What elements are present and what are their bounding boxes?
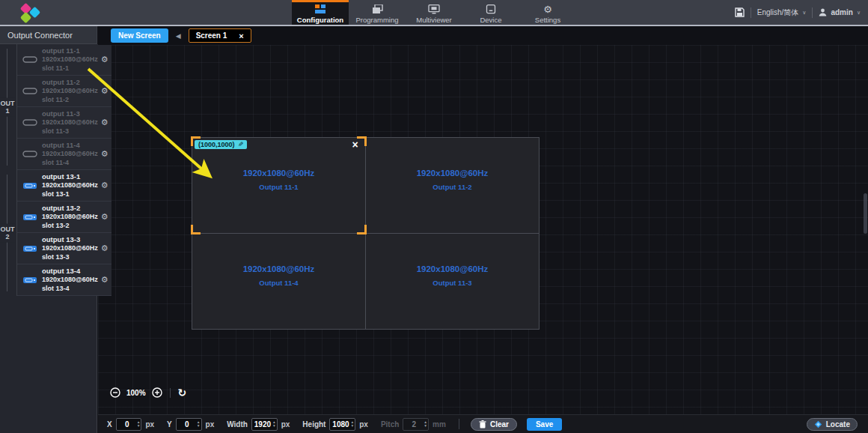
y-decrement-icon[interactable]: ▾ [198,424,200,428]
tab-configuration[interactable]: Configuration [292,0,349,25]
sidebar-item-output-11-3[interactable]: output 11-3 1920x1080@60Hz slot 11-3 ⚙ [17,107,111,139]
sidebar-item-text: output 11-1 1920x1080@60Hz slot 11-1 [42,46,98,73]
quadrant-output-11-4[interactable]: 1920x1080@60Hz Output 11-4 [192,234,365,329]
hdmi-connector-icon [21,119,39,126]
sidebar-item-output-11-2[interactable]: output 11-2 1920x1080@60Hz slot 11-2 ⚙ [17,76,111,107]
width-stepper: ▴▾ [251,418,278,431]
output-group-1: OUT 1 output 11-1 1920x1080@60Hz slot 11… [0,44,97,170]
clear-button[interactable]: Clear [471,418,517,431]
bottombar: X ▴▾ px Y ▴▾ px Width ▴▾ px Height ▴▾ px… [98,414,868,433]
sidebar-item-output-11-4[interactable]: output 11-4 1920x1080@60Hz slot 11-4 ⚙ [17,139,111,170]
reset-view-icon[interactable]: ↻ [178,387,187,398]
pitch-stepper-arrows: ▴▾ [424,420,427,428]
locate-diamond-icon [814,420,822,429]
vertical-scrollbar-handle[interactable] [864,193,867,234]
output-settings-gear-icon[interactable]: ⚙ [101,275,109,285]
tab-settings-label: Settings [535,16,560,24]
output-settings-gear-icon[interactable]: ⚙ [101,149,109,159]
quadrant-label-group: 1920x1080@60Hz Output 11-3 [417,264,489,287]
quadrant-output-11-2[interactable]: 1920x1080@60Hz Output 11-2 [366,138,539,233]
app-root: Configuration Programming [0,0,868,433]
x-stepper: ▴▾ [116,418,142,431]
quadrant-output-11-3[interactable]: 1920x1080@60Hz Output 11-3 [366,234,539,329]
screen-canvas[interactable]: 1920x1080@60Hz Output 11-1 1920x1080@60H… [98,45,868,414]
pitch-decrement-icon: ▾ [424,424,427,428]
topbar-divider [751,7,751,18]
sidebar-item-text: output 13-3 1920x1080@60Hz slot 13-3 [42,235,98,262]
screen-tab-label: Screen 1 [196,31,227,40]
quadrant-output-11-1[interactable]: 1920x1080@60Hz Output 11-1 [192,138,365,233]
tab-configuration-label: Configuration [297,16,343,24]
output-name: output 13-3 [42,235,98,244]
output-settings-gear-icon[interactable]: ⚙ [101,86,109,96]
screen-tab-close-icon[interactable]: × [239,32,243,40]
user-menu[interactable]: admin ∨ [819,8,861,16]
output-group-1-label: OUT 1 [0,98,15,117]
pitch-input [403,420,424,429]
output-slot: slot 13-1 [42,190,98,199]
screen-layout-block: 1920x1080@60Hz Output 11-1 1920x1080@60H… [192,137,540,330]
x-input[interactable] [117,420,138,429]
pitch-unit: mm [433,420,446,429]
output-settings-gear-icon[interactable]: ⚙ [101,181,109,190]
locate-button[interactable]: Locate [807,418,858,431]
output-settings-gear-icon[interactable]: ⚙ [101,212,109,222]
selection-handle-bottom-right[interactable] [357,225,367,234]
tabstrip-scroll-left-icon[interactable]: ◀ [176,32,181,40]
pitch-field: Pitch ▴▾ mm [381,418,455,431]
tab-device-label: Device [480,16,501,24]
sidebar-item-text: output 13-1 1920x1080@60Hz slot 13-1 [42,172,98,199]
height-stepper-arrows: ▴▾ [351,420,353,428]
output-resolution: 1920x1080@60Hz [42,181,98,190]
x-decrement-icon[interactable]: ▾ [138,424,140,428]
y-label: Y [167,420,172,429]
sidebar-item-output-13-3[interactable]: output 13-3 1920x1080@60Hz slot 13-3 ⚙ [17,233,111,264]
tab-multiviewer[interactable]: Multiviewer [406,0,462,25]
output-resolution: 1920x1080@60Hz [42,55,98,64]
selection-handle-bottom-left[interactable] [191,225,201,234]
zoom-out-icon[interactable] [110,387,120,398]
width-decrement-icon[interactable]: ▾ [273,424,275,428]
new-screen-button[interactable]: New Screen [111,28,168,43]
save-session-icon[interactable] [735,7,745,17]
output-group-2-label: OUT 2 [0,224,15,243]
sidebar-item-output-13-4[interactable]: output 13-4 1920x1080@60Hz slot 13-4 ⚙ [17,264,111,296]
height-decrement-icon[interactable]: ▾ [351,424,353,428]
language-switcher[interactable]: English/简体 ∨ [757,7,807,18]
output-settings-gear-icon[interactable]: ⚙ [101,243,109,253]
dvi-connector-icon [21,182,39,190]
quadrant-output-label: Output 11-2 [433,183,471,191]
output-slot: slot 11-1 [42,64,98,73]
screen-tabstrip: New Screen ◀ Screen 1 × [98,26,868,45]
tab-settings[interactable]: ⚙ Settings [519,0,576,25]
width-unit: px [281,420,290,429]
height-input[interactable] [330,420,351,429]
tab-programming-label: Programming [355,16,398,24]
device-icon [486,4,496,14]
y-input[interactable] [177,420,198,429]
screen-tab-1[interactable]: Screen 1 × [189,28,251,43]
output-settings-gear-icon[interactable]: ⚙ [101,55,109,64]
output-name: output 11-3 [42,109,98,118]
clear-button-label: Clear [490,420,509,429]
output-slot: slot 11-3 [42,127,98,136]
tab-programming[interactable]: Programming [349,0,406,25]
coordinate-value: (1000,1000) [198,141,235,148]
settings-gear-icon: ⚙ [543,4,552,14]
sidebar-item-output-13-1[interactable]: output 13-1 1920x1080@60Hz slot 13-1 ⚙ [17,170,111,202]
output-name: output 13-1 [42,172,98,181]
output-resolution: 1920x1080@60Hz [42,150,98,159]
output-settings-gear-icon[interactable]: ⚙ [101,118,109,127]
sidebar-item-output-11-1[interactable]: output 11-1 1920x1080@60Hz slot 11-1 ⚙ [17,44,111,76]
edit-coordinate-pencil-icon[interactable]: ✎ [238,141,244,148]
zoom-in-icon[interactable] [152,387,162,398]
selected-output-close-icon[interactable]: × [352,139,358,151]
tab-device[interactable]: Device [462,0,519,25]
width-input[interactable] [252,420,273,429]
sidebar-item-output-13-2[interactable]: output 13-2 1920x1080@60Hz slot 13-2 ⚙ [17,202,111,233]
quadrant-resolution: 1920x1080@60Hz [417,169,489,178]
output-group-2-gutter: OUT 2 [0,170,16,296]
save-button[interactable]: Save [527,418,562,431]
zoom-divider [170,388,171,398]
quadrant-resolution: 1920x1080@60Hz [243,169,315,178]
